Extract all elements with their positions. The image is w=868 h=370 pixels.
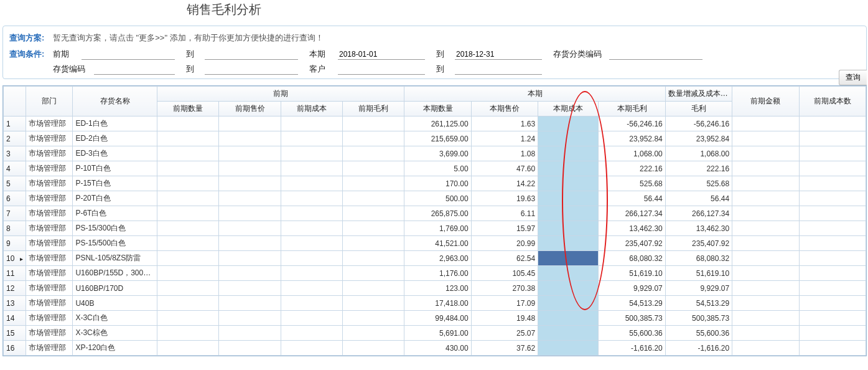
prev-period-to-input[interactable] <box>205 49 298 60</box>
cell-prev-gp[interactable] <box>343 221 404 236</box>
cell-prev-amount[interactable] <box>732 236 799 251</box>
cell-curr-gp[interactable]: 13,462.30 <box>599 221 665 236</box>
cell-rownum[interactable]: 1 <box>4 116 26 131</box>
cell-prev-cost[interactable] <box>281 161 342 176</box>
cell-curr-cost[interactable] <box>538 206 599 221</box>
prev-period-from-input[interactable] <box>82 49 175 60</box>
cell-curr-price[interactable]: 17.09 <box>471 296 538 311</box>
cell-prev-amount[interactable] <box>732 131 799 146</box>
cell-prev-gp[interactable] <box>343 251 404 266</box>
cell-curr-gp[interactable]: 55,600.36 <box>599 326 665 341</box>
cell-curr-gp[interactable]: 51,619.10 <box>599 266 665 281</box>
cell-dept[interactable]: 市场管理部 <box>26 221 73 236</box>
cell-prev-cost-amount[interactable] <box>799 281 866 296</box>
cell-name[interactable]: P-10T白色 <box>73 161 157 176</box>
cell-prev-price[interactable] <box>219 206 281 221</box>
cell-prev-gp[interactable] <box>343 326 404 341</box>
cell-prev-amount[interactable] <box>732 311 799 326</box>
cell-rownum[interactable]: 11 <box>4 266 26 281</box>
cell-prev-qty[interactable] <box>157 221 219 236</box>
cell-dept[interactable]: 市场管理部 <box>26 161 73 176</box>
cell-curr-price[interactable]: 25.07 <box>471 326 538 341</box>
cell-prev-amount[interactable] <box>732 116 799 131</box>
cell-name[interactable]: PS-15/300白色 <box>73 221 157 236</box>
table-row[interactable]: 7市场管理部P-6T白色265,875.006.11266,127.34266,… <box>4 206 866 221</box>
cell-effect-gp[interactable]: 51,619.10 <box>665 266 732 281</box>
cell-dept[interactable]: 市场管理部 <box>26 296 73 311</box>
table-row[interactable]: 16市场管理部XP-120白色430.0037.62-1,616.20-1,61… <box>4 341 866 356</box>
cell-dept[interactable]: 市场管理部 <box>26 236 73 251</box>
cell-curr-qty[interactable]: 5.00 <box>404 161 471 176</box>
table-row[interactable]: 5市场管理部P-15T白色170.0014.22525.68525.68 <box>4 176 866 191</box>
cell-curr-price[interactable]: 15.97 <box>471 221 538 236</box>
cell-prev-qty[interactable] <box>157 281 219 296</box>
cell-name[interactable]: P-20T白色 <box>73 191 157 206</box>
cell-prev-cost-amount[interactable] <box>799 311 866 326</box>
cell-prev-cost[interactable] <box>281 146 342 161</box>
header-dept[interactable]: 部门 <box>26 87 73 116</box>
cell-prev-qty[interactable] <box>157 341 219 356</box>
customer-to-input[interactable] <box>455 64 542 75</box>
cell-prev-gp[interactable] <box>343 236 404 251</box>
cell-prev-cost-amount[interactable] <box>799 266 866 281</box>
table-row[interactable]: 14市场管理部X-3C白色99,484.0019.48500,385.73500… <box>4 311 866 326</box>
cell-curr-gp[interactable]: 9,929.07 <box>599 281 665 296</box>
cell-prev-qty[interactable] <box>157 311 219 326</box>
table-row[interactable]: 6市场管理部P-20T白色500.0019.6356.4456.44 <box>4 191 866 206</box>
cell-prev-qty[interactable] <box>157 326 219 341</box>
cell-dept[interactable]: 市场管理部 <box>26 326 73 341</box>
cell-prev-amount[interactable] <box>732 341 799 356</box>
header-prev-group[interactable]: 前期 <box>157 87 404 102</box>
cell-curr-cost[interactable] <box>538 191 599 206</box>
cell-prev-qty[interactable] <box>157 161 219 176</box>
cell-rownum[interactable]: 16 <box>4 341 26 356</box>
cell-curr-cost[interactable] <box>538 131 599 146</box>
cell-dept[interactable]: 市场管理部 <box>26 311 73 326</box>
cell-curr-gp[interactable]: 54,513.29 <box>599 296 665 311</box>
cell-name[interactable]: P-15T白色 <box>73 176 157 191</box>
cell-prev-cost[interactable] <box>281 191 342 206</box>
cell-prev-cost-amount[interactable] <box>799 221 866 236</box>
cell-curr-qty[interactable]: 41,521.00 <box>404 236 471 251</box>
cell-prev-price[interactable] <box>219 131 281 146</box>
cell-curr-cost[interactable] <box>538 221 599 236</box>
cell-name[interactable]: ED-1白色 <box>73 116 157 131</box>
cell-effect-gp[interactable]: 525.68 <box>665 176 732 191</box>
cell-curr-cost[interactable] <box>538 161 599 176</box>
cell-curr-gp[interactable]: 525.68 <box>599 176 665 191</box>
cell-prev-gp[interactable] <box>343 296 404 311</box>
cell-rownum[interactable]: 5 <box>4 176 26 191</box>
cell-curr-price[interactable]: 270.38 <box>471 281 538 296</box>
cell-prev-price[interactable] <box>219 176 281 191</box>
cell-curr-cost[interactable] <box>538 326 599 341</box>
cell-curr-price[interactable]: 62.54 <box>471 251 538 266</box>
cell-curr-price[interactable]: 19.63 <box>471 191 538 206</box>
header-prev-amount[interactable]: 前期金额 <box>732 87 799 116</box>
cell-prev-amount[interactable] <box>732 221 799 236</box>
table-row[interactable]: 2市场管理部ED-2白色215,659.001.2423,952.8423,95… <box>4 131 866 146</box>
cell-prev-qty[interactable] <box>157 191 219 206</box>
cell-rownum[interactable]: 15 <box>4 326 26 341</box>
header-prev-cost[interactable]: 前期成本 <box>281 102 342 116</box>
cell-effect-gp[interactable]: 55,600.36 <box>665 326 732 341</box>
table-row[interactable]: 12市场管理部U160BP/170D123.00270.389,929.079,… <box>4 281 866 296</box>
cell-curr-qty[interactable]: 261,125.00 <box>404 116 471 131</box>
cell-curr-gp[interactable]: 1,068.00 <box>599 146 665 161</box>
cell-prev-cost[interactable] <box>281 206 342 221</box>
cell-rownum[interactable]: 14 <box>4 311 26 326</box>
cell-dept[interactable]: 市场管理部 <box>26 281 73 296</box>
cell-prev-cost[interactable] <box>281 281 342 296</box>
cell-curr-qty[interactable]: 500.00 <box>404 191 471 206</box>
cell-prev-cost[interactable] <box>281 116 342 131</box>
cell-curr-gp[interactable]: 56.44 <box>599 191 665 206</box>
table-row[interactable]: 9市场管理部PS-15/500白色41,521.0020.99235,407.9… <box>4 236 866 251</box>
cell-curr-price[interactable]: 1.24 <box>471 131 538 146</box>
cell-curr-price[interactable]: 1.08 <box>471 146 538 161</box>
inventory-cat-code-input[interactable] <box>609 49 702 60</box>
table-row[interactable]: 8市场管理部PS-15/300白色1,769.0015.9713,462.301… <box>4 221 866 236</box>
cell-curr-cost[interactable] <box>538 311 599 326</box>
cell-effect-gp[interactable]: 23,952.84 <box>665 131 732 146</box>
cell-prev-cost[interactable] <box>281 221 342 236</box>
cell-prev-price[interactable] <box>219 311 281 326</box>
cell-prev-amount[interactable] <box>732 326 799 341</box>
